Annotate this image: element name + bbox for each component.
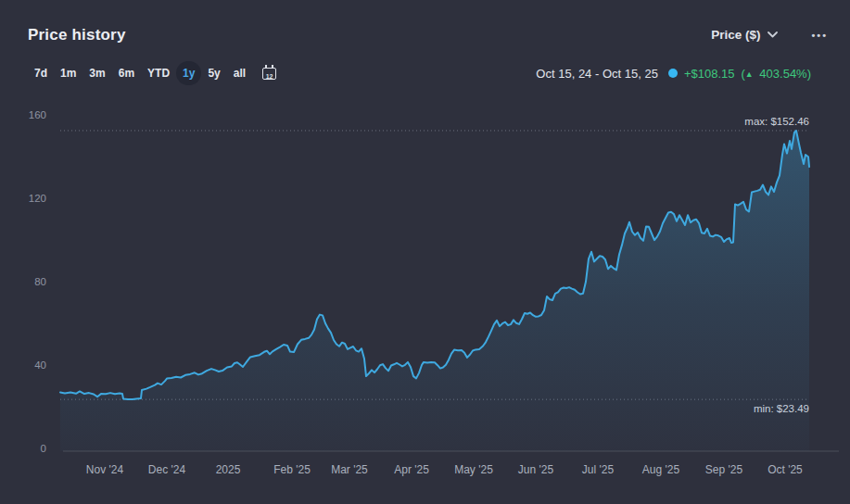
price-history-card: 04080120160Nov '24Dec '242025Feb '25Mar … [0, 0, 850, 504]
x-axis-tick: Aug '25 [642, 463, 680, 476]
x-axis-tick: Mar '25 [331, 463, 368, 476]
ellipsis-icon: ••• [811, 30, 828, 41]
range-button-6m[interactable]: 6m [112, 61, 141, 85]
x-axis-tick: Jul '25 [582, 463, 615, 476]
x-axis-tick: Feb '25 [273, 463, 311, 476]
more-options-button[interactable]: ••• [809, 24, 830, 45]
period-summary: Oct 15, 24 - Oct 15, 25 +$108.15 (▲ 403.… [536, 67, 811, 81]
x-axis-tick: Oct '25 [768, 463, 803, 476]
range-button-7d[interactable]: 7d [28, 61, 54, 85]
x-axis-tick: Sep '25 [705, 463, 743, 476]
gain-percent: (▲ 403.54%) [741, 67, 811, 81]
chevron-down-icon [768, 32, 778, 38]
range-selector: 7d1m3m6mYTD1y5yall 12 [28, 61, 276, 85]
metric-label: Price ($) [711, 28, 760, 42]
calendar-icon-number: 12 [263, 73, 275, 80]
page-title: Price history [28, 26, 126, 44]
x-axis-tick: 2025 [216, 463, 241, 476]
x-axis-tick: Dec '24 [148, 463, 186, 476]
calendar-button[interactable]: 12 [262, 61, 276, 85]
range-button-1m[interactable]: 1m [54, 61, 82, 85]
triangle-up-icon: ▲ [745, 69, 754, 79]
calendar-icon: 12 [262, 68, 276, 80]
x-axis-tick: Jun '25 [518, 463, 554, 476]
x-axis-tick: Apr '25 [394, 463, 429, 476]
toolbar: 7d1m3m6mYTD1y5yall 12 Oct 15, 24 - Oct 1… [28, 61, 811, 85]
range-button-3m[interactable]: 3m [82, 61, 111, 85]
range-button-5y[interactable]: 5y [201, 61, 226, 85]
date-range-label: Oct 15, 24 - Oct 15, 25 [536, 67, 658, 81]
y-axis-tick: 120 [29, 193, 46, 204]
y-axis-tick: 160 [29, 109, 46, 120]
max-annotation: max: $152.46 [744, 116, 809, 127]
gain-amount: +$108.15 [684, 67, 735, 81]
x-axis-tick: Nov '24 [86, 463, 124, 476]
range-button-ytd[interactable]: YTD [141, 61, 176, 85]
range-buttons: 7d1m3m6mYTD1y5yall [28, 61, 252, 85]
y-axis-tick: 0 [41, 443, 46, 454]
y-axis-tick: 40 [34, 359, 46, 371]
y-axis-tick: 80 [34, 276, 46, 287]
header-actions: Price ($) ••• [711, 24, 830, 45]
price-metric-dropdown[interactable]: Price ($) [711, 28, 778, 42]
range-button-all[interactable]: all [227, 61, 252, 85]
range-button-1y[interactable]: 1y [176, 61, 201, 85]
x-axis-tick: May '25 [454, 463, 493, 476]
header: Price history Price ($) ••• [28, 24, 830, 45]
price-area [60, 131, 809, 451]
series-dot-icon [668, 69, 678, 78]
